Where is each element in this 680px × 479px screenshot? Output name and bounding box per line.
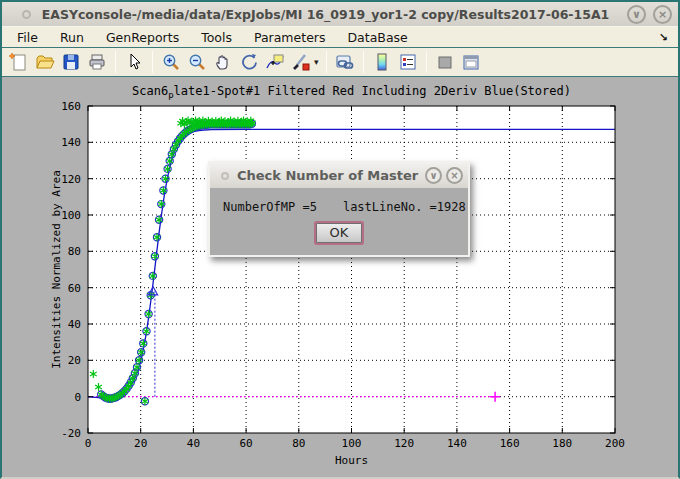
- svg-text:80: 80: [68, 245, 81, 258]
- menu-database[interactable]: DataBase: [336, 28, 418, 47]
- svg-text:Hours: Hours: [335, 454, 368, 467]
- dialog-close-button[interactable]: ×: [446, 167, 463, 184]
- save-icon: [61, 52, 81, 72]
- svg-text:Scan6plate1-Spot#1 Filtered Re: Scan6plate1-Spot#1 Filtered Red Includin…: [132, 84, 571, 100]
- edit-plot-button[interactable]: [122, 50, 146, 74]
- svg-text:140: 140: [61, 136, 81, 149]
- svg-text:60: 60: [239, 437, 252, 450]
- menu-genreports[interactable]: GenReports: [95, 28, 190, 47]
- toolbar-separator: [363, 51, 364, 73]
- insert-legend-button[interactable]: [396, 50, 420, 74]
- print-figure-button[interactable]: [85, 50, 109, 74]
- window-shade-button[interactable]: ∨: [627, 5, 646, 24]
- dialog-title: Check Number of Master Pla: [237, 168, 421, 183]
- rotate-3d-button[interactable]: [237, 50, 261, 74]
- svg-text:140: 140: [447, 437, 467, 450]
- legend-icon: [398, 52, 418, 72]
- toolbar-separator: [115, 51, 116, 73]
- svg-text:120: 120: [394, 437, 414, 450]
- ok-button[interactable]: OK: [316, 223, 362, 243]
- hide-plot-tools-button[interactable]: [433, 50, 457, 74]
- dialog-shade-button[interactable]: ∨: [425, 167, 442, 184]
- new-figure-icon: [9, 52, 29, 72]
- svg-text:20: 20: [134, 437, 147, 450]
- toolbar-separator: [426, 51, 427, 73]
- save-figure-button[interactable]: [59, 50, 83, 74]
- brush-data-button[interactable]: [289, 50, 313, 74]
- printer-icon: [87, 52, 107, 72]
- svg-text:160: 160: [500, 437, 520, 450]
- window-icon: [22, 10, 31, 19]
- toolbar-separator: [152, 51, 153, 73]
- dialog-titlebar[interactable]: Check Number of Master Pla ∨ ×: [210, 163, 468, 188]
- dock-figure-icon: [461, 52, 481, 72]
- toolbar-separator: [326, 51, 327, 73]
- rotate-icon: [239, 52, 259, 72]
- figure-toolbar: ▾: [2, 48, 678, 77]
- menu-run[interactable]: Run: [49, 28, 95, 47]
- brush-dropdown-caret[interactable]: ▾: [314, 57, 319, 67]
- check-number-dialog: Check Number of Master Pla ∨ × NumberOfM…: [208, 161, 470, 257]
- svg-text:80: 80: [292, 437, 305, 450]
- zoom-in-button[interactable]: [159, 50, 183, 74]
- brush-icon: [291, 52, 311, 72]
- window-titlebar[interactable]: EASYconsole-/media/data/ExpJobs/MI 16_09…: [2, 2, 678, 27]
- dialog-message-numberofmp: NumberOfMP =5: [223, 200, 317, 214]
- menu-parameters[interactable]: Parameters: [243, 28, 337, 47]
- svg-text:200: 200: [605, 437, 625, 450]
- menu-file[interactable]: File: [6, 28, 49, 47]
- svg-text:160: 160: [61, 100, 81, 113]
- app-window: EASYconsole-/media/data/ExpJobs/MI 16_09…: [0, 0, 680, 479]
- window-close-button[interactable]: ×: [653, 5, 672, 24]
- data-cursor-icon: [265, 52, 285, 72]
- open-folder-icon: [35, 52, 55, 72]
- dialog-body: NumberOfMP =5 lastLineNo. =1928 OK: [210, 188, 468, 255]
- colorbar-icon: [372, 52, 392, 72]
- svg-text:20: 20: [68, 354, 81, 367]
- svg-text:100: 100: [61, 209, 81, 222]
- hide-plot-tools-icon: [435, 52, 455, 72]
- insert-colorbar-button[interactable]: [370, 50, 394, 74]
- zoom-in-icon: [161, 52, 181, 72]
- figure-area: 020406080100120140160180200-200204060801…: [2, 77, 678, 477]
- figure-canvas[interactable]: 020406080100120140160180200-200204060801…: [2, 77, 678, 478]
- svg-text:120: 120: [61, 173, 81, 186]
- svg-text:180: 180: [552, 437, 572, 450]
- hand-icon: [213, 52, 233, 72]
- svg-text:0: 0: [85, 437, 92, 450]
- new-figure-button[interactable]: [7, 50, 31, 74]
- pan-button[interactable]: [211, 50, 235, 74]
- dialog-icon: [221, 172, 229, 180]
- svg-text:-20: -20: [61, 427, 81, 440]
- svg-text:40: 40: [68, 318, 81, 331]
- open-file-button[interactable]: [33, 50, 57, 74]
- svg-text:60: 60: [68, 282, 81, 295]
- link-chain-icon: [335, 52, 355, 72]
- zoom-out-button[interactable]: [185, 50, 209, 74]
- cursor-arrow-icon: [124, 52, 144, 72]
- dock-figure-button[interactable]: [459, 50, 483, 74]
- zoom-out-icon: [187, 52, 207, 72]
- window-title: EASYconsole-/media/data/ExpJobs/MI 16_09…: [31, 7, 620, 22]
- svg-text:0: 0: [74, 391, 81, 404]
- data-cursor-button[interactable]: [263, 50, 287, 74]
- dialog-message-lastlineno: lastLineNo. =1928: [343, 200, 466, 214]
- svg-text:Intensities Normalized by Area: Intensities Normalized by Area: [50, 170, 63, 369]
- menu-tools[interactable]: Tools: [190, 28, 243, 47]
- svg-text:40: 40: [187, 437, 200, 450]
- menubar-detach-icon[interactable]: ↘: [659, 31, 668, 44]
- svg-text:100: 100: [342, 437, 362, 450]
- link-plot-button[interactable]: [333, 50, 357, 74]
- menubar: File Run GenReports Tools Parameters Dat…: [2, 27, 678, 48]
